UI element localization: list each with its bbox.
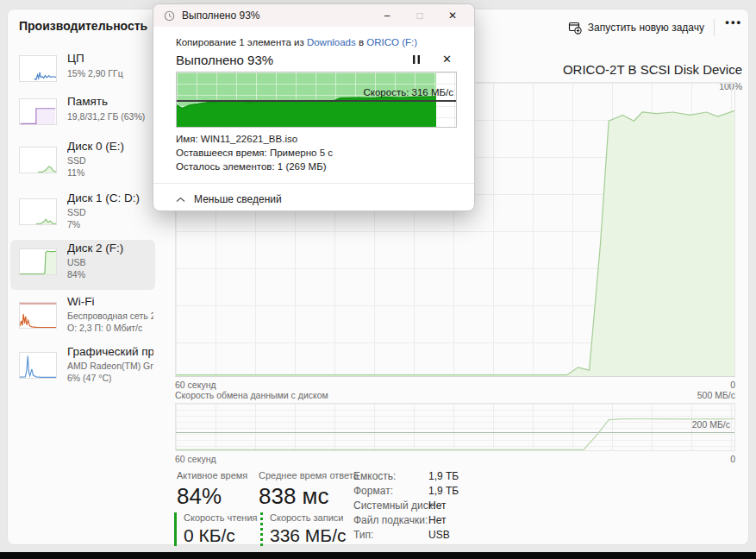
sidebar-item-wifi[interactable]: Wi-Fi Беспроводная сеть 2 О: 2,3 П: 0 Мб… bbox=[10, 293, 155, 343]
chart1-x-right: 0 bbox=[730, 380, 735, 390]
pause-button[interactable] bbox=[412, 54, 421, 65]
sidebar-item-memory[interactable]: Память 19,8/31,2 ГБ (63%) bbox=[10, 93, 155, 135]
source-folder-link[interactable]: Downloads bbox=[307, 37, 356, 47]
maximize-button: □ bbox=[403, 4, 436, 27]
detail-formatted: Формат: 1,9 ТБ bbox=[353, 485, 393, 497]
copy-description: Копирование 1 элемента из Downloads в OR… bbox=[176, 37, 417, 47]
sidebar-item-label: Графический про bbox=[67, 345, 153, 358]
disk0-mini-chart bbox=[19, 147, 57, 173]
chart1-x-left: 60 секунд bbox=[175, 380, 216, 390]
chevron-up-icon bbox=[176, 197, 185, 203]
sidebar-item-label: ЦП bbox=[67, 52, 84, 65]
new-task-icon bbox=[568, 21, 582, 35]
memory-mini-chart bbox=[19, 98, 57, 125]
sidebar-item-type: USB bbox=[67, 257, 86, 267]
write-speed-stat: Скорость записи 336 МБ/с bbox=[260, 512, 346, 546]
copy-clock-icon bbox=[164, 10, 175, 22]
sidebar-item-cpu[interactable]: ЦП 15% 2,90 ГГц bbox=[10, 50, 155, 91]
taskbar-edge bbox=[0, 552, 756, 559]
sidebar-item-stat: 84% bbox=[67, 269, 85, 280]
items-remaining: Осталось элементов: 1 (269 МБ) bbox=[176, 161, 327, 172]
sidebar-item-stat: 19,8/31,2 ГБ (63%) bbox=[67, 111, 145, 122]
chart2-x-axis: 60 секунд 0 bbox=[175, 454, 735, 464]
sidebar-item-stat: 7% bbox=[67, 219, 80, 229]
speed-label: Скорость: 316 МБ/с bbox=[363, 87, 453, 97]
avg-response-value: 838 мс bbox=[259, 483, 359, 510]
chart2-x-right: 0 bbox=[730, 454, 735, 464]
dialog-title-bar[interactable]: Выполнено 93% – □ ✕ bbox=[153, 4, 474, 27]
sidebar-item-label: Диск 2 (F:) bbox=[67, 242, 123, 254]
disk-transfer-chart: 200 МБ/с bbox=[175, 403, 735, 451]
avg-response-label: Среднее время ответа bbox=[259, 470, 359, 480]
detail-capacity: Емкость: 1,9 ТБ bbox=[353, 470, 396, 482]
disk2-mini-chart bbox=[19, 248, 57, 275]
sidebar-item-gpu-name: AMD Radeon(TM) Grapl bbox=[67, 361, 153, 371]
sidebar-item-stat: 6% (47 °C) bbox=[67, 373, 111, 383]
sidebar-item-disk0[interactable]: Диск 0 (E:) SSD 11% bbox=[10, 138, 155, 188]
pause-icon bbox=[412, 54, 421, 65]
chart2-mid-label: 200 МБ/с bbox=[692, 419, 730, 430]
read-speed-stat: Скорость чтения 0 КБ/с bbox=[174, 512, 258, 546]
less-details-button[interactable]: Меньше сведений bbox=[176, 193, 282, 205]
chart2-header: Скорость обмена данными с диском 500 МБ/… bbox=[175, 390, 735, 400]
active-time-label: Активное время bbox=[177, 470, 247, 480]
chart2-x-left: 60 секунд bbox=[175, 454, 216, 464]
chart1-x-axis: 60 секунд 0 bbox=[175, 380, 735, 390]
detail-system-disk: Системный диск: Нет bbox=[353, 499, 435, 512]
sidebar-item-type: SSD bbox=[67, 155, 86, 166]
sidebar-item-label: Память bbox=[67, 95, 108, 108]
copy-progress-dialog: Выполнено 93% – □ ✕ Копирование 1 элемен… bbox=[153, 3, 475, 211]
task-manager-window: Производительность ЦП 15% 2,90 ГГц Памят… bbox=[0, 0, 756, 559]
less-details-label: Меньше сведений bbox=[194, 193, 282, 205]
sidebar-item-disk1[interactable]: Диск 1 (C: D:) SSD 7% bbox=[10, 190, 155, 240]
sidebar-item-network: Беспроводная сеть 2 bbox=[67, 311, 153, 321]
read-speed-value: 0 КБ/с bbox=[184, 525, 258, 546]
sidebar-item-stat: О: 2,3 П: 0 Мбит/с bbox=[67, 323, 142, 333]
gpu-mini-chart bbox=[19, 352, 57, 379]
sidebar-item-label: Диск 1 (C: D:) bbox=[67, 192, 140, 204]
active-time-value: 84% bbox=[177, 483, 247, 510]
write-speed-label: Скорость записи bbox=[270, 512, 346, 523]
active-time-stat: Активное время 84% bbox=[177, 470, 247, 510]
chart2-ymax-label: 500 МБ/с bbox=[697, 390, 735, 400]
device-title: ORICO-2T B SCSI Disk Device bbox=[563, 62, 742, 77]
sidebar-item-type: SSD bbox=[67, 207, 86, 217]
wifi-mini-chart bbox=[19, 302, 57, 329]
progress-heading: Выполнено 93% bbox=[176, 53, 273, 67]
sidebar-item-disk2-selected[interactable]: Диск 2 (F:) USB 84% bbox=[10, 240, 155, 290]
minimize-button[interactable]: – bbox=[371, 4, 403, 27]
file-name: Имя: WIN11_22621_BB.iso bbox=[176, 134, 297, 144]
run-new-task-label: Запустить новую задачу bbox=[588, 22, 704, 34]
chart2-title: Скорость обмена данными с диском bbox=[175, 390, 328, 400]
destination-drive-link[interactable]: ORICO (F:) bbox=[366, 37, 417, 47]
sidebar-item-gpu[interactable]: Графический про AMD Radeon(TM) Grapl 6% … bbox=[10, 343, 155, 393]
cancel-copy-button[interactable]: ✕ bbox=[442, 53, 452, 66]
sidebar-item-stat: 15% 2,90 ГГц bbox=[67, 68, 123, 79]
header-divider bbox=[714, 19, 715, 36]
more-options-button[interactable]: ••• bbox=[725, 16, 742, 28]
cpu-mini-chart bbox=[19, 55, 57, 82]
run-new-task-button[interactable]: Запустить новую задачу bbox=[568, 17, 704, 38]
sidebar-item-label: Диск 0 (E:) bbox=[67, 140, 124, 153]
write-speed-value: 336 МБ/с bbox=[270, 525, 346, 546]
dialog-title: Выполнено 93% bbox=[182, 9, 260, 22]
copy-speed-chart: Скорость: 316 МБ/с bbox=[176, 72, 457, 128]
disk1-mini-chart bbox=[19, 198, 57, 225]
average-speed-line bbox=[177, 100, 456, 102]
close-button[interactable]: ✕ bbox=[436, 4, 469, 27]
detail-type: Тип: USB bbox=[353, 529, 373, 541]
read-speed-label: Скорость чтения bbox=[184, 512, 258, 523]
sidebar-item-label: Wi-Fi bbox=[67, 295, 94, 308]
page-title: Производительность bbox=[19, 19, 147, 33]
time-remaining: Оставшееся время: Примерно 5 с bbox=[176, 148, 333, 158]
sidebar-item-stat: 11% bbox=[67, 167, 84, 178]
detail-page-file: Файл подкачки: Нет bbox=[353, 514, 428, 526]
avg-response-stat: Среднее время ответа 838 мс bbox=[259, 470, 359, 510]
dialog-divider bbox=[153, 183, 474, 184]
